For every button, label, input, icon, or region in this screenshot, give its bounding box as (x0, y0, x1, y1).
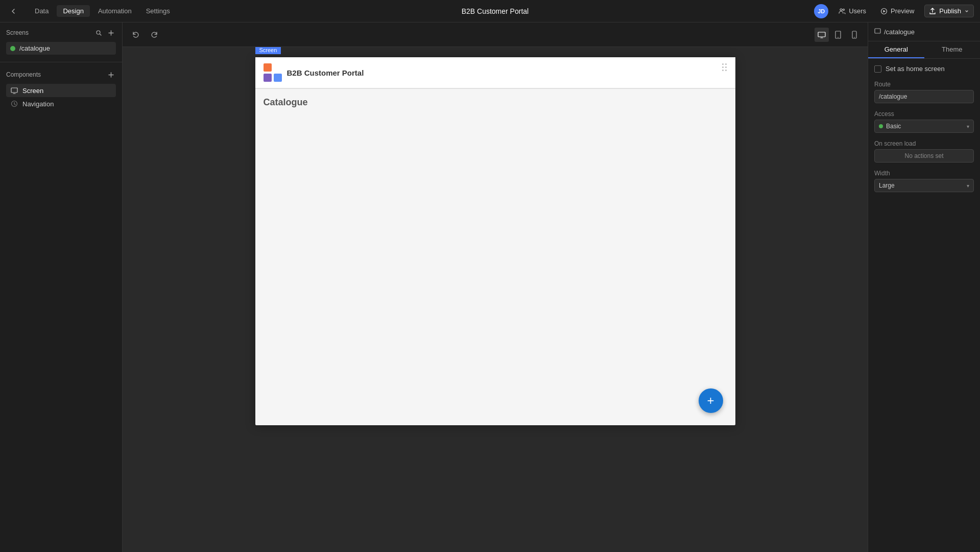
users-label: Users (849, 7, 866, 15)
nav-tabs: Data Design Automation Settings (29, 5, 176, 17)
access-select[interactable]: Basic ▾ (874, 120, 974, 133)
width-select[interactable]: Large ▾ (874, 179, 974, 192)
app-title: B2B Customer Portal (184, 7, 806, 15)
view-modes (815, 28, 862, 42)
app-logo (264, 63, 282, 82)
tab-settings[interactable]: Settings (140, 5, 176, 17)
access-select-inner: Basic (879, 123, 901, 130)
svg-rect-7 (818, 32, 825, 37)
width-chevron-icon: ▾ (967, 183, 969, 189)
logo-shape-2 (264, 74, 272, 82)
panel-header: /catalogue (868, 22, 980, 41)
svg-point-4 (97, 31, 100, 34)
components-title: Components (6, 71, 41, 78)
catalogue-heading: Catalogue (264, 97, 727, 108)
avatar[interactable]: JD (814, 4, 828, 18)
set-home-screen-checkbox[interactable] (874, 65, 881, 73)
publish-label: Publish (939, 7, 961, 15)
svg-point-9 (838, 37, 839, 38)
search-screens-button[interactable] (93, 28, 104, 38)
route-input[interactable] (874, 90, 974, 103)
route-field-row: Route (874, 81, 974, 103)
on-screen-load-label: On screen load (874, 140, 974, 147)
tab-design[interactable]: Design (57, 5, 89, 17)
access-chevron-icon: ▾ (967, 124, 969, 129)
tab-theme[interactable]: Theme (924, 41, 981, 58)
access-status-dot (879, 124, 883, 128)
screen-item-label: /catalogue (19, 44, 50, 52)
topbar-left: Data Design Automation Settings (6, 4, 176, 18)
svg-point-11 (854, 37, 855, 38)
screen-frame-label: Screen (255, 47, 281, 54)
users-button[interactable]: Users (834, 5, 870, 17)
panel-path: /catalogue (884, 28, 915, 36)
tab-automation[interactable]: Automation (92, 5, 138, 17)
publish-button[interactable]: Publish (924, 5, 974, 17)
fab-button[interactable]: + (699, 388, 723, 413)
panel-body: Set as home screen Route Access Basic ▾ … (868, 59, 980, 552)
logo-shape-3 (274, 74, 282, 82)
screen-active-dot (10, 46, 15, 51)
preview-button[interactable]: Preview (876, 5, 918, 17)
screen-icon (10, 86, 18, 95)
drag-handle (722, 63, 729, 71)
components-header: Components (6, 70, 116, 80)
svg-point-1 (843, 9, 845, 10)
back-button[interactable] (6, 4, 20, 18)
no-actions-button[interactable]: No actions set (874, 149, 974, 163)
screens-title: Screens (6, 29, 29, 36)
component-item-navigation[interactable]: Navigation (6, 97, 116, 110)
access-field-row: Access Basic ▾ (874, 110, 974, 133)
canvas-app-title: B2B Customer Portal (287, 68, 364, 77)
add-component-button[interactable] (106, 70, 116, 80)
svg-point-0 (840, 9, 842, 11)
canvas-toolbar (123, 22, 868, 47)
main-layout: Screens /catalogue Components (0, 22, 980, 552)
sidebar-divider (0, 62, 122, 62)
panel-tabs: General Theme (868, 41, 980, 59)
route-label: Route (874, 81, 974, 88)
screen-header: B2B Customer Portal (255, 57, 735, 88)
tablet-view-button[interactable] (831, 28, 845, 42)
mobile-view-button[interactable] (847, 28, 862, 42)
component-item-screen[interactable]: Screen (6, 84, 116, 97)
screen-frame: Screen B2B Customer Portal (255, 57, 735, 425)
canvas-content: Screen B2B Customer Portal (123, 47, 868, 552)
screens-header: Screens (6, 28, 116, 38)
component-navigation-label: Navigation (22, 100, 54, 108)
undo-button[interactable] (129, 28, 143, 42)
redo-button[interactable] (147, 28, 161, 42)
svg-rect-12 (875, 29, 880, 33)
component-screen-label: Screen (22, 87, 43, 95)
panel-path-icon (874, 28, 881, 36)
set-home-screen-row: Set as home screen (874, 65, 974, 73)
screen-item-catalogue[interactable]: /catalogue (6, 42, 116, 55)
components-section: Components Screen Navigation (0, 64, 122, 552)
width-value: Large (879, 182, 895, 189)
svg-marker-3 (883, 10, 886, 12)
topbar-right: JD Users Preview Publish (814, 4, 974, 18)
access-value: Basic (886, 123, 901, 130)
add-screen-button[interactable] (106, 28, 116, 38)
width-label: Width (874, 170, 974, 177)
on-screen-load-row: On screen load No actions set (874, 140, 974, 163)
desktop-view-button[interactable] (815, 28, 829, 42)
canvas-area: Screen B2B Customer Portal (123, 22, 868, 552)
screens-section: Screens /catalogue (0, 22, 122, 60)
svg-rect-5 (11, 88, 17, 93)
left-sidebar: Screens /catalogue Components (0, 22, 123, 552)
access-label: Access (874, 110, 974, 118)
logo-shape-1 (264, 63, 272, 72)
right-panel: /catalogue General Theme Set as home scr… (868, 22, 980, 552)
navigation-icon (10, 100, 18, 108)
set-home-screen-label: Set as home screen (886, 65, 945, 73)
screen-body: Catalogue (255, 89, 735, 122)
width-field-row: Width Large ▾ (874, 170, 974, 192)
topbar: Data Design Automation Settings B2B Cust… (0, 0, 980, 22)
preview-label: Preview (891, 7, 914, 15)
tab-general[interactable]: General (868, 41, 924, 58)
tab-data[interactable]: Data (29, 5, 55, 17)
publish-chevron-icon (964, 9, 969, 14)
